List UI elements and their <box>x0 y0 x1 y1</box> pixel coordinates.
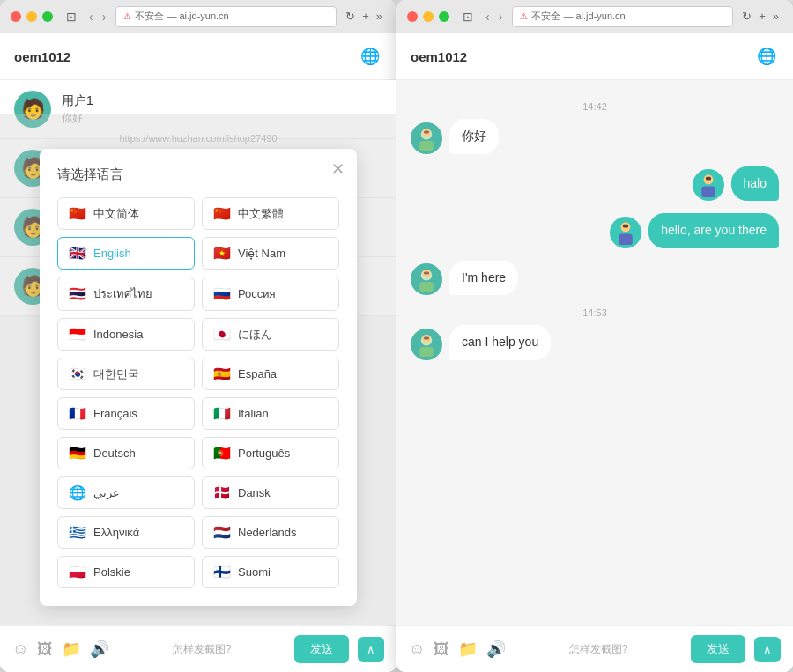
flag-icon: 🇰🇷 <box>69 366 86 382</box>
folder-icon[interactable]: 📁 <box>62 639 81 659</box>
message-row: I'm here <box>411 261 779 296</box>
language-item[interactable]: 🇬🇧English <box>57 237 195 270</box>
svg-rect-15 <box>419 347 434 357</box>
message-bubble: 你好 <box>449 119 499 154</box>
add-tab-btn[interactable]: + <box>359 8 373 25</box>
svg-rect-8 <box>619 233 633 244</box>
address-bar[interactable]: ⚠ 不安全 — ai.jd-yun.cn <box>115 6 337 27</box>
language-item[interactable]: 🇨🇳中文繁體 <box>202 197 339 230</box>
close-traffic-light[interactable] <box>11 11 21 22</box>
window-view-btn[interactable]: ⊡ <box>62 10 81 24</box>
flag-icon: 🇫🇮 <box>213 564 231 580</box>
reload-btn[interactable]: ↻ <box>342 8 359 25</box>
flag-icon: 🇪🇸 <box>213 366 231 382</box>
language-item[interactable]: 🇰🇷대한민국 <box>57 358 195 390</box>
language-grid: 🇨🇳中文简体🇨🇳中文繁體🇬🇧English🇻🇳Việt Nam🇹🇭ประเทศไ… <box>57 197 339 588</box>
language-label: 대한민국 <box>93 366 139 382</box>
language-item[interactable]: 🇩🇪Deutsch <box>57 437 195 469</box>
expand-button[interactable]: ∧ <box>358 637 384 662</box>
emoji-icon-r[interactable]: ☺ <box>409 640 425 659</box>
url-text-r: 不安全 — ai.jd-yun.cn <box>531 10 625 23</box>
language-select-btn[interactable]: 🌐 <box>358 44 382 69</box>
more-tabs-btn[interactable]: » <box>373 8 386 25</box>
expand-button-r[interactable]: ∧ <box>754 637 781 662</box>
language-item[interactable]: 🌐عربي <box>57 476 195 509</box>
add-tab-btn-r[interactable]: + <box>755 8 769 25</box>
language-item[interactable]: 🇬🇷Ελληνικά <box>57 516 195 549</box>
language-label: Suomi <box>238 565 271 579</box>
language-item[interactable]: 🇹🇭ประเทศไทย <box>57 277 195 311</box>
image-icon-r[interactable]: 🖼 <box>434 640 449 659</box>
minimize-traffic-light[interactable] <box>26 11 37 22</box>
language-item[interactable]: 🇩🇰Dansk <box>202 476 339 509</box>
address-bar-r[interactable]: ⚠ 不安全 — ai.jd-yun.cn <box>512 6 733 27</box>
language-select-btn-r[interactable]: 🌐 <box>754 44 779 69</box>
volume-icon[interactable]: 🔊 <box>90 639 109 659</box>
back-btn-r[interactable]: ‹ <box>481 8 494 26</box>
language-label: Nederlands <box>238 526 297 539</box>
language-label: 中文繁體 <box>238 206 284 222</box>
language-item[interactable]: 🇻🇳Việt Nam <box>202 237 339 270</box>
flag-icon: 🇳🇱 <box>213 524 231 541</box>
screenshot-hint-r: 怎样发截图? <box>515 642 682 657</box>
message-row: can I help you <box>411 325 779 360</box>
language-item[interactable]: 🇵🇹Português <box>202 437 339 469</box>
flag-icon: 🇩🇪 <box>69 445 86 462</box>
language-item[interactable]: 🇮🇹Italian <box>202 397 339 430</box>
svg-rect-3 <box>424 130 429 133</box>
language-label: English <box>93 247 131 260</box>
flag-icon: 🌐 <box>69 484 86 501</box>
left-chat-header: oem1012 🌐 <box>0 33 396 80</box>
time-stamp: 14:53 <box>411 307 779 318</box>
language-label: Français <box>93 407 137 420</box>
flag-icon: 🇬🇧 <box>69 245 86 262</box>
time-stamp: 14:42 <box>411 101 779 112</box>
lock-icon-r: ⚠ <box>520 11 528 21</box>
language-item[interactable]: 🇫🇮Suomi <box>202 556 339 588</box>
language-label: にほん <box>238 327 272 343</box>
language-item[interactable]: 🇵🇱Polskie <box>57 556 195 588</box>
back-btn[interactable]: ‹ <box>85 8 98 26</box>
image-icon[interactable]: 🖼 <box>37 640 53 659</box>
language-label: 中文简体 <box>93 206 139 222</box>
modal-close-btn[interactable]: ✕ <box>331 161 345 177</box>
window-view-btn-r[interactable]: ⊡ <box>458 10 478 24</box>
forward-btn-r[interactable]: › <box>494 8 508 26</box>
language-label: ประเทศไทย <box>93 284 152 303</box>
emoji-icon[interactable]: ☺ <box>12 640 28 659</box>
svg-rect-17 <box>424 336 429 339</box>
language-item[interactable]: 🇮🇩Indonesia <box>57 318 195 351</box>
language-item[interactable]: 🇷🇺Россия <box>202 277 339 311</box>
send-button-r[interactable]: 发送 <box>691 635 745 663</box>
flag-icon: 🇨🇳 <box>213 205 231 222</box>
flag-icon: 🇵🇹 <box>213 445 231 462</box>
message-bubble: hello, are you there <box>648 213 779 248</box>
more-tabs-btn-r[interactable]: » <box>769 8 782 25</box>
forward-btn[interactable]: › <box>98 8 111 26</box>
traffic-lights <box>11 11 53 22</box>
language-label: Россия <box>238 287 276 300</box>
maximize-traffic-light[interactable] <box>42 11 53 22</box>
url-text: 不安全 — ai.jd-yun.cn <box>135 10 228 23</box>
reload-btn-r[interactable]: ↻ <box>738 8 755 25</box>
left-chat-title: oem1012 <box>14 49 70 64</box>
language-item[interactable]: 🇳🇱Nederlands <box>202 516 339 549</box>
language-item[interactable]: 🇫🇷Français <box>57 397 195 430</box>
folder-icon-r[interactable]: 📁 <box>458 639 478 659</box>
volume-icon-r[interactable]: 🔊 <box>486 639 506 659</box>
language-label: عربي <box>93 486 120 499</box>
send-button[interactable]: 发送 <box>294 635 349 663</box>
language-modal: 请选择语言 ✕ 🇨🇳中文简体🇨🇳中文繁體🇬🇧English🇻🇳Việt Nam🇹… <box>40 149 357 606</box>
minimize-traffic-light-r[interactable] <box>423 11 434 22</box>
language-item[interactable]: 🇨🇳中文简体 <box>57 197 195 230</box>
maximize-traffic-light-r[interactable] <box>439 11 449 22</box>
language-item[interactable]: 🇯🇵にほん <box>202 318 339 351</box>
language-label: Dansk <box>238 486 271 499</box>
avatar <box>610 217 641 248</box>
list-name: 用户1 <box>62 93 382 109</box>
close-traffic-light-r[interactable] <box>407 11 418 22</box>
flag-icon: 🇮🇹 <box>213 405 231 422</box>
flag-icon: 🇻🇳 <box>213 245 231 262</box>
message-bubble: halo <box>731 166 779 202</box>
language-item[interactable]: 🇪🇸España <box>202 358 339 390</box>
